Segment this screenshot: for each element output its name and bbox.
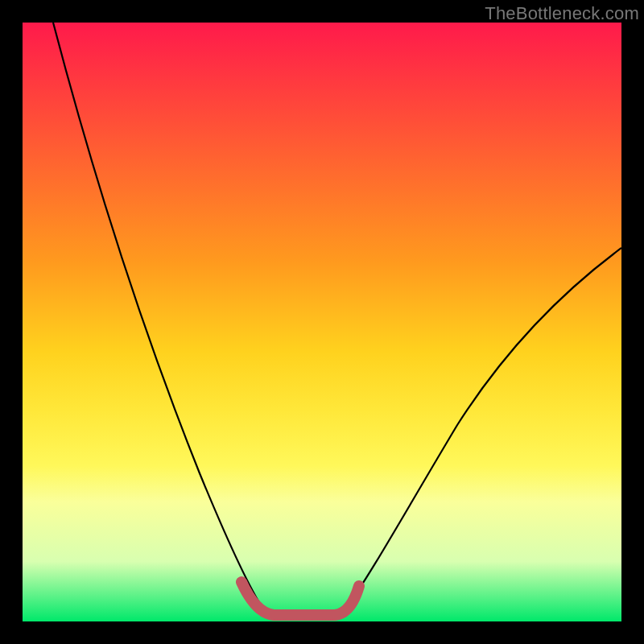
chart-plot-area [23, 23, 621, 621]
right-curve [345, 248, 621, 610]
watermark-label: TheBottleneck.com [485, 3, 639, 24]
chart-curves [23, 23, 621, 621]
chart-frame: TheBottleneck.com [0, 0, 644, 644]
left-curve [53, 23, 264, 610]
highlight-band [242, 582, 359, 615]
